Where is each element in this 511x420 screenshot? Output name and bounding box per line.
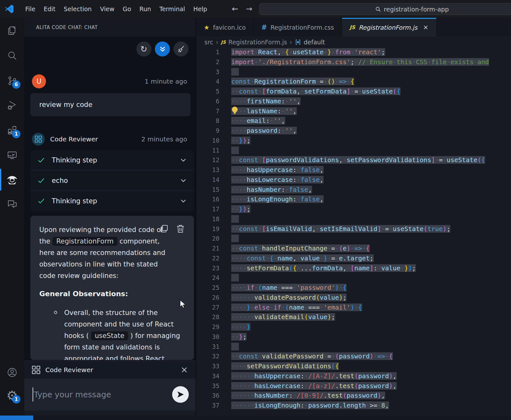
- trash-icon[interactable]: [176, 224, 185, 234]
- breadcrumb-root[interactable]: src: [204, 39, 213, 46]
- line-number: 8: [196, 116, 231, 126]
- activity-comments-icon[interactable]: [0, 196, 24, 212]
- code-line-9[interactable]: 9····password:·'',: [196, 126, 511, 136]
- code-line-25[interactable]: 25····if·(name·===·'password')·{: [196, 283, 511, 293]
- chevron-right-icon: ›: [290, 38, 292, 46]
- code-line-1[interactable]: 1import·React,·{·useState·}·from·'react'…: [196, 47, 511, 57]
- chevron-down-icon[interactable]: [180, 198, 187, 205]
- css-hash-icon: #: [261, 24, 267, 31]
- code-line-30[interactable]: 30··};: [196, 332, 511, 342]
- code-line-6[interactable]: 6····firstName:·'',: [196, 96, 511, 106]
- code-line-13[interactable]: 13····hasUppercase:·false,: [196, 165, 511, 175]
- nav-forward-icon[interactable]: →: [243, 3, 255, 15]
- code-line-11[interactable]: 11: [196, 146, 511, 155]
- code-line-3[interactable]: 3: [196, 67, 511, 77]
- step-row-2[interactable]: Thinking step: [30, 191, 194, 211]
- line-number: 11: [196, 146, 231, 155]
- activity-search-icon[interactable]: [0, 48, 24, 64]
- activity-alita-chat-icon[interactable]: [0, 172, 24, 188]
- code-line-22[interactable]: 22····const·{·name,·value·}·=·e.target;: [196, 253, 511, 263]
- line-number: 12: [196, 155, 231, 165]
- code-line-36[interactable]: 36······hasNumber:·/[0-9]/.test(password…: [196, 391, 511, 401]
- code-line-17[interactable]: 17··});: [196, 204, 511, 214]
- code-line-8[interactable]: 8····email:·'',: [196, 116, 511, 126]
- code-line-18[interactable]: 18: [196, 214, 511, 224]
- line-number: 7: [196, 106, 231, 116]
- code-line-24[interactable]: 24: [196, 273, 511, 283]
- chevron-down-icon[interactable]: [180, 157, 187, 164]
- activity-extensions-icon[interactable]: 1: [0, 122, 24, 138]
- code-line-20[interactable]: 20: [196, 234, 511, 244]
- menu-help[interactable]: Help: [189, 4, 211, 14]
- activity-badge: 1: [12, 130, 20, 138]
- menu-go[interactable]: Go: [118, 4, 135, 14]
- activity-settings-icon[interactable]: ⚙1: [0, 387, 24, 403]
- line-number: 3: [196, 67, 231, 77]
- menu-view[interactable]: View: [96, 4, 118, 14]
- nav-back-icon[interactable]: ←: [229, 3, 241, 15]
- assistant-response-bubble: Upon reviewing the provided code ofthe R…: [30, 216, 194, 360]
- code-line-32[interactable]: 32··const·validatePassword·=·(password)·…: [196, 351, 511, 361]
- code-line-19[interactable]: 19··const·[isEmailValid,·setIsEmailValid…: [196, 224, 511, 234]
- code-line-26[interactable]: 26······validatePassword(value);: [196, 293, 511, 303]
- code-line-5[interactable]: 5··const·[formData,·setFormData]·=·useSt…: [196, 86, 511, 96]
- activity-remote-explorer-icon[interactable]: [0, 147, 24, 163]
- code-line-2[interactable]: 2import·'./RegistrationForm.css';·//·Ens…: [196, 57, 511, 67]
- vscode-logo-icon: [4, 4, 14, 14]
- code-line-37[interactable]: 37······isLongEnough:·password.length·>=…: [196, 401, 511, 410]
- code-line-21[interactable]: 21··const·handleInputChange·=·(e)·=>·{: [196, 244, 511, 253]
- activity-source-control-icon[interactable]: 6: [0, 73, 24, 89]
- remote-indicator[interactable]: [0, 416, 33, 420]
- activity-explorer-icon[interactable]: [0, 23, 24, 39]
- tab-favicon-ico[interactable]: ★favicon.ico: [196, 18, 254, 37]
- code-line-28[interactable]: 28······validateEmail(value);: [196, 312, 511, 322]
- activity-run-debug-icon[interactable]: [0, 97, 24, 113]
- code-editor[interactable]: 1import·React,·{·useState·}·from·'react'…: [196, 47, 511, 416]
- line-number: 19: [196, 224, 231, 234]
- tab-registrationform-css[interactable]: #RegistrationForm.css: [254, 18, 342, 37]
- code-line-31[interactable]: 31: [196, 342, 511, 352]
- copy-icon[interactable]: [159, 224, 169, 234]
- menu-run[interactable]: Run: [135, 4, 155, 14]
- user-message-bubble: review my code: [30, 93, 191, 116]
- step-row-1[interactable]: echo: [30, 170, 194, 191]
- line-number: 18: [196, 214, 231, 224]
- tab-label: RegistrationForm.css: [271, 24, 334, 31]
- message-input[interactable]: [33, 390, 172, 399]
- tab-registrationform-js[interactable]: JSRegistrationForm.js: [342, 18, 437, 37]
- command-search-input[interactable]: registration-form-app: [259, 3, 511, 15]
- code-line-7[interactable]: 7····lastName:·'',: [196, 106, 511, 116]
- scroll-down-button[interactable]: [155, 41, 170, 56]
- menu-selection[interactable]: Selection: [60, 4, 96, 14]
- code-line-33[interactable]: 33····setPasswordValidations({: [196, 361, 511, 371]
- code-line-4[interactable]: 4const·RegistrationForm·=·()·=>·{: [196, 77, 511, 86]
- code-line-34[interactable]: 34······hasUppercase:·/[A-Z]/.test(passw…: [196, 371, 511, 381]
- menu-file[interactable]: File: [21, 4, 40, 14]
- line-number: 23: [196, 263, 231, 273]
- activity-account-icon[interactable]: [0, 364, 24, 380]
- breadcrumb-symbol[interactable]: default: [304, 39, 325, 46]
- breadcrumb[interactable]: src › JS RegistrationForm.js › default: [196, 37, 511, 47]
- code-line-12[interactable]: 12··const·[passwordValidations,·setPassw…: [196, 155, 511, 165]
- code-line-27[interactable]: 27····}·else·if·(name·===·'email')·{: [196, 303, 511, 312]
- menu-edit[interactable]: Edit: [40, 4, 60, 14]
- lightbulb-icon[interactable]: [231, 106, 239, 115]
- line-number: 16: [196, 194, 231, 204]
- breadcrumb-file[interactable]: RegistrationForm.js: [228, 39, 287, 46]
- code-line-14[interactable]: 14····hasLowercase:·false,: [196, 175, 511, 185]
- close-icon[interactable]: [423, 25, 429, 30]
- code-line-29[interactable]: 29····}: [196, 322, 511, 332]
- send-button[interactable]: [172, 386, 189, 403]
- close-icon[interactable]: [180, 366, 188, 374]
- code-line-15[interactable]: 15····hasNumber:·false,: [196, 185, 511, 195]
- code-line-23[interactable]: 23····setFormData({·...formData,·[name]:…: [196, 263, 511, 273]
- clean-button[interactable]: [173, 41, 188, 56]
- js-file-icon: JS: [350, 24, 355, 30]
- chevron-down-icon[interactable]: [180, 177, 187, 184]
- code-line-35[interactable]: 35······hasLowercase:·/[a-z]/.test(passw…: [196, 381, 511, 391]
- menu-terminal[interactable]: Terminal: [155, 4, 189, 14]
- code-line-10[interactable]: 10··});: [196, 136, 511, 146]
- refresh-button[interactable]: ↻: [136, 41, 151, 56]
- step-row-0[interactable]: Thinking step: [30, 150, 194, 170]
- code-line-16[interactable]: 16····isLongEnough:·false,: [196, 194, 511, 204]
